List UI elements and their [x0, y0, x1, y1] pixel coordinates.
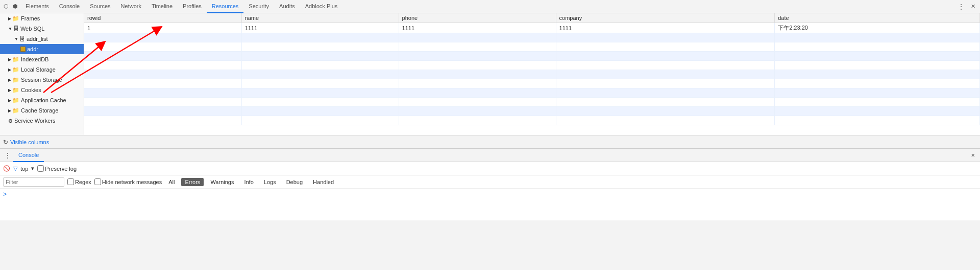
top-label[interactable]: top: [20, 166, 28, 172]
sidebar-item-indexeddb[interactable]: ▶ 📁 IndexedDB: [0, 54, 84, 64]
hide-network-text: Hide network messages: [102, 179, 162, 185]
hide-network-checkbox[interactable]: [94, 178, 101, 185]
sidebar-label-websql: Web SQL: [20, 26, 45, 32]
arrow-icon-websql: ▼: [8, 27, 12, 31]
console-prompt: >: [3, 191, 7, 198]
cell-company: 1111: [556, 23, 775, 33]
filter-all-button[interactable]: All: [165, 178, 178, 186]
sidebar-item-cachestorage[interactable]: ▶ 📁 Cache Storage: [0, 105, 84, 116]
cell-rowid: 1: [84, 23, 241, 33]
filter-handled-button[interactable]: Handled: [309, 178, 337, 186]
sidebar-item-frames[interactable]: ▶ 📁 Frames: [0, 13, 84, 24]
filter-debug-button[interactable]: Debug: [283, 178, 306, 186]
col-name[interactable]: name: [241, 13, 399, 23]
filter-icon[interactable]: ▽: [13, 165, 17, 172]
sidebar-label-localstorage: Local Storage: [21, 66, 56, 73]
toolbar-right: ⋮ ✕: [955, 3, 978, 11]
db-icon-addrlist: 🗄: [19, 36, 25, 42]
tab-console[interactable]: Console: [54, 0, 85, 13]
table-row-empty: [84, 61, 980, 70]
sidebar-item-serviceworkers[interactable]: ⚙ Service Workers: [0, 116, 84, 126]
sidebar-item-localstorage[interactable]: ▶ 📁 Local Storage: [0, 64, 84, 75]
sidebar-item-cookies[interactable]: ▶ 📁 Cookies: [0, 85, 84, 95]
folder-icon-cookies: 📁: [12, 87, 19, 94]
filter-warnings-button[interactable]: Warnings: [207, 178, 237, 186]
table-row-empty: [84, 107, 980, 116]
preserve-log-text: Preserve log: [45, 166, 77, 172]
tab-adblock[interactable]: Adblock Plus: [300, 0, 343, 13]
sidebar-item-addr[interactable]: addr: [0, 44, 84, 54]
preserve-log-label: Preserve log: [37, 165, 77, 172]
cell-name: 1111: [241, 23, 399, 33]
sidebar-label-appcache: Application Cache: [21, 97, 66, 103]
console-close-button[interactable]: ×: [968, 151, 978, 159]
settings-icon[interactable]: ✕: [969, 3, 977, 11]
arrow-icon: ▶: [8, 16, 11, 21]
cell-date: 下午2:23:20: [775, 23, 980, 33]
tab-sources[interactable]: Sources: [85, 0, 115, 13]
main-layout: ▶ 📁 Frames ▼ 🗄 Web SQL ▼ 🗄 addr_list: [0, 13, 980, 135]
col-company[interactable]: company: [556, 13, 775, 23]
tab-network[interactable]: Network: [116, 0, 146, 13]
refresh-icon[interactable]: ↻: [3, 139, 8, 146]
console-more-icon[interactable]: ⋮: [2, 151, 13, 160]
sidebar-item-sessionstorage[interactable]: ▶ 📁 Session Storage: [0, 75, 84, 85]
tab-console-bottom[interactable]: Console: [13, 149, 44, 162]
col-rowid[interactable]: rowid: [84, 13, 241, 23]
tab-profiles[interactable]: Profiles: [178, 0, 207, 13]
table-row-empty: [84, 70, 980, 79]
more-options-icon[interactable]: ⋮: [955, 3, 967, 11]
regex-text: Regex: [75, 179, 91, 185]
console-content: >: [0, 189, 980, 220]
sidebar-item-websql[interactable]: ▼ 🗄 Web SQL: [0, 24, 84, 34]
table-area: rowid name phone company date 1 1111 111…: [84, 13, 980, 135]
arrow-icon-sessionstorage: ▶: [8, 78, 11, 82]
sidebar-label-frames: Frames: [21, 15, 40, 21]
top-dropdown-icon[interactable]: ▾: [31, 165, 34, 172]
visible-columns-bar: ↻ Visible columns: [0, 135, 980, 148]
filter-input[interactable]: [3, 177, 64, 187]
sidebar-label-sessionstorage: Session Storage: [21, 77, 62, 83]
cell-phone: 1111: [399, 23, 556, 33]
no-entry-icon[interactable]: 🚫: [3, 165, 10, 172]
sidebar-label-serviceworkers: Service Workers: [14, 118, 55, 124]
arrow-icon-addrlist: ▼: [14, 37, 18, 41]
sidebar-label-cachestorage: Cache Storage: [21, 107, 58, 114]
sidebar-item-addrlist[interactable]: ▼ 🗄 addr_list: [0, 34, 84, 44]
devtools-icon-1[interactable]: ⬡: [2, 3, 10, 11]
sidebar-label-indexeddb: IndexedDB: [21, 56, 48, 62]
preserve-log-checkbox[interactable]: [37, 165, 44, 172]
sidebar-label-cookies: Cookies: [21, 87, 41, 93]
tab-security[interactable]: Security: [243, 0, 274, 13]
sidebar-item-appcache[interactable]: ▶ 📁 Application Cache: [0, 95, 84, 105]
sidebar: ▶ 📁 Frames ▼ 🗄 Web SQL ▼ 🗄 addr_list: [0, 13, 84, 135]
folder-icon-appcache: 📁: [12, 97, 19, 104]
arrow-icon-indexeddb: ▶: [8, 57, 11, 62]
regex-checkbox[interactable]: [67, 178, 74, 185]
table-row-empty: [84, 42, 980, 52]
folder-icon-sessionstorage: 📁: [12, 77, 19, 83]
filter-info-button[interactable]: Info: [240, 178, 257, 186]
filter-errors-button[interactable]: Errors: [181, 178, 204, 186]
console-filter-bar: 🚫 ▽ top ▾ Preserve log: [0, 162, 980, 175]
toolbar-tabs: Elements Console Sources Network Timelin…: [20, 0, 955, 13]
hide-network-label: Hide network messages: [94, 178, 162, 185]
devtools-icon-2[interactable]: ⬢: [11, 3, 19, 11]
folder-icon: 📁: [12, 15, 19, 22]
col-date[interactable]: date: [775, 13, 980, 23]
tab-timeline[interactable]: Timeline: [146, 0, 178, 13]
tab-resources[interactable]: Resources: [207, 0, 244, 13]
data-table: rowid name phone company date 1 1111 111…: [84, 13, 980, 125]
col-phone[interactable]: phone: [399, 13, 556, 23]
sidebar-label-addrlist: addr_list: [27, 36, 48, 42]
tab-audits[interactable]: Audits: [274, 0, 300, 13]
tab-elements[interactable]: Elements: [20, 0, 54, 13]
folder-icon-localstorage: 📁: [12, 66, 19, 73]
table-row-empty: [84, 52, 980, 61]
visible-columns-label[interactable]: Visible columns: [10, 139, 49, 145]
filter-input-row: Regex Hide network messages All Errors W…: [0, 175, 980, 189]
db-icon-websql: 🗄: [13, 26, 19, 32]
table-row[interactable]: 1 1111 1111 1111 下午2:23:20: [84, 23, 980, 33]
sidebar-label-addr: addr: [27, 46, 38, 52]
filter-logs-button[interactable]: Logs: [260, 178, 280, 186]
